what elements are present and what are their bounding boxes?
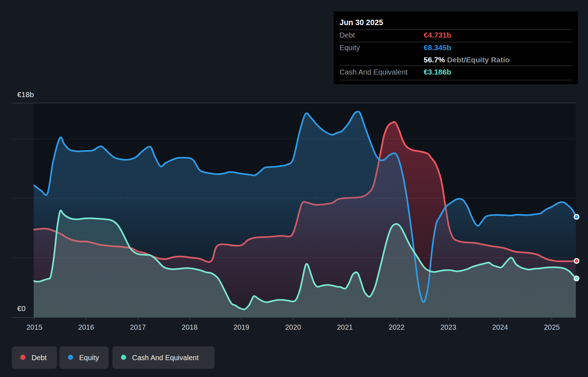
svg-text:Equity: Equity	[79, 354, 99, 362]
svg-text:€8.345b: €8.345b	[424, 43, 451, 52]
svg-text:€3.186b: €3.186b	[424, 68, 451, 76]
svg-text:2022: 2022	[389, 323, 405, 331]
svg-text:Debt: Debt	[32, 354, 47, 362]
svg-text:56.7% Debt/Equity Ratio: 56.7% Debt/Equity Ratio	[424, 56, 510, 64]
svg-text:2019: 2019	[233, 323, 250, 331]
svg-text:€18b: €18b	[17, 90, 34, 99]
svg-text:2023: 2023	[440, 323, 457, 331]
svg-text:Equity: Equity	[339, 43, 360, 52]
svg-text:2018: 2018	[182, 323, 198, 331]
svg-text:2015: 2015	[26, 323, 43, 331]
svg-text:Cash And Equivalent: Cash And Equivalent	[339, 68, 408, 76]
svg-text:2024: 2024	[492, 323, 508, 331]
svg-text:2016: 2016	[78, 323, 94, 331]
svg-text:2025: 2025	[544, 323, 560, 331]
svg-text:Debt: Debt	[339, 31, 355, 39]
svg-text:Jun 30 2025: Jun 30 2025	[339, 18, 383, 27]
svg-text:2017: 2017	[130, 323, 146, 331]
svg-text:2020: 2020	[285, 323, 301, 331]
svg-text:Cash And Equivalent: Cash And Equivalent	[132, 354, 199, 362]
svg-text:2021: 2021	[337, 323, 353, 331]
svg-text:€4.731b: €4.731b	[424, 31, 451, 39]
svg-text:€0: €0	[17, 304, 25, 312]
